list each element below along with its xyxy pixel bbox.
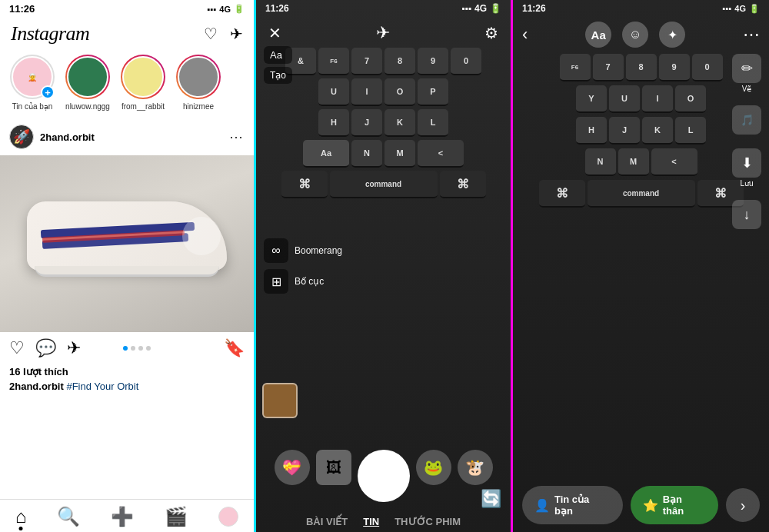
p3-emoji-tool[interactable]: ☺: [622, 22, 648, 48]
kb3-j: J: [609, 117, 640, 145]
post-username: 2hand.orbit: [40, 131, 95, 143]
story-name-2: nluwow.nggg: [65, 102, 110, 111]
cam-network-label: 4G: [474, 3, 487, 14]
filter-2[interactable]: 🖼: [316, 450, 351, 485]
ig-header-icons: ♡ ✈: [204, 25, 243, 43]
kb3-f6: F6: [560, 54, 591, 81]
cam-status-bar: 11:26 ▪▪▪ 4G 🔋: [256, 0, 511, 17]
story-name-your: Tin của bạn: [12, 102, 53, 111]
filter-1[interactable]: 💝: [275, 450, 310, 485]
status-icons-p1: ▪▪▪ 4G 🔋: [208, 4, 245, 14]
boomerang-label: Boomerang: [295, 245, 342, 256]
cam-flip-button[interactable]: 🔄: [481, 489, 501, 509]
nav-search-button[interactable]: 🔍: [57, 506, 80, 527]
filter-capture[interactable]: [358, 450, 410, 502]
p3-draw-icon: ✏: [732, 54, 761, 83]
kb-key-o: O: [384, 78, 415, 106]
mode-baiviet[interactable]: BÀI VIẾT: [306, 516, 348, 527]
kb-key-m: M: [384, 140, 415, 168]
story-avatar-3: [122, 56, 164, 98]
p3-save-tool[interactable]: ⬇ Lưu: [732, 148, 761, 188]
post-more-button[interactable]: ⋯: [229, 128, 245, 145]
post-user-avatar: 🚀: [9, 125, 34, 149]
battery-icon: 🔋: [234, 4, 245, 14]
p3-sparkle-tool[interactable]: ✦: [659, 22, 685, 48]
heart-icon[interactable]: ♡: [204, 25, 218, 43]
kb-key-9: 9: [418, 48, 448, 75]
story-4[interactable]: hinizmee: [175, 55, 221, 111]
p3-text-tool[interactable]: Aa: [585, 22, 611, 48]
p3-status-bar: 11:26 ▪▪▪ 4G 🔋: [513, 0, 769, 17]
nav-reels-button[interactable]: 🎬: [165, 506, 188, 527]
cam-battery-icon: 🔋: [490, 3, 501, 14]
story-2[interactable]: nluwow.nggg: [65, 55, 111, 111]
p3-battery-icon: 🔋: [749, 4, 760, 14]
share-button[interactable]: ✈: [67, 338, 81, 358]
cam-close-button[interactable]: ✕: [268, 24, 281, 42]
cam-boomerang-button[interactable]: ∞ Boomerang: [264, 238, 342, 263]
p3-right-tools: ✏ Vẽ 🎵 ⬇ Lưu ↓: [732, 54, 761, 231]
layout-icon: ⊞: [264, 269, 288, 294]
story-your[interactable]: 🧝 + Tin của bạn: [9, 55, 55, 111]
cam-layout-button[interactable]: ⊞ Bố cục: [264, 269, 342, 294]
post-section: 🚀 2hand.orbit ⋯: [0, 118, 254, 499]
p3-download-tool[interactable]: ↓: [732, 200, 761, 231]
kb-row3-z: N M <: [514, 147, 767, 178]
cam-create-tool[interactable]: Tạo: [264, 67, 292, 84]
instagram-feed-panel: 11:26 ▪▪▪ 4G 🔋 Instagram ♡ ✈ 🧝 + Tin của…: [0, 0, 256, 532]
share-send-button[interactable]: ›: [726, 488, 760, 522]
cam-settings-icon[interactable]: ⚙: [484, 24, 498, 42]
layout-label: Bố cục: [295, 276, 324, 287]
friends-icon: 👤: [534, 498, 550, 513]
cam-flash-icon[interactable]: ✈: [376, 23, 390, 43]
kb-key-cmd-sym2: ⌘: [440, 171, 486, 198]
comment-button[interactable]: 💬: [35, 338, 56, 358]
story-3[interactable]: from__rabbit: [120, 55, 166, 111]
story-avatar-container-your: 🧝 +: [10, 55, 55, 99]
status-time-p1: 11:26: [9, 3, 35, 15]
cam-top-bar: ✕ ✈ ⚙: [256, 17, 511, 49]
kb-key-f6: F6: [318, 48, 349, 75]
p3-draw-label: Vẽ: [742, 85, 752, 93]
kb-key-k: K: [384, 109, 415, 137]
p3-network-label: 4G: [734, 4, 746, 13]
nav-add-button[interactable]: ➕: [111, 506, 134, 527]
network-label: 4G: [219, 5, 231, 14]
nav-home-button[interactable]: ⌂: [15, 506, 27, 527]
kb3-9: 9: [659, 54, 690, 81]
cam-signal-icon: ▪▪▪: [461, 3, 471, 14]
share-arrow-icon: ›: [741, 497, 746, 514]
messenger-icon[interactable]: ✈: [230, 25, 243, 43]
kb-key-0: 0: [451, 48, 481, 75]
p3-back-button[interactable]: ‹: [522, 25, 528, 45]
cam-status-icons: ▪▪▪ 4G 🔋: [461, 3, 501, 14]
story-add-badge: +: [41, 85, 55, 99]
filter-4[interactable]: 🐮: [458, 450, 493, 485]
story-ring-3: [121, 55, 165, 99]
like-button[interactable]: ♡: [9, 338, 25, 358]
share-friends-button[interactable]: 👤 Tin của bạn: [522, 486, 623, 524]
cam-text-tool[interactable]: Aa: [264, 46, 292, 64]
filter-3[interactable]: 🐸: [416, 450, 451, 485]
kb-key-h: H: [318, 109, 349, 137]
story-name-4: hinizmee: [183, 102, 214, 111]
p3-signal-icon: ▪▪▪: [723, 4, 732, 13]
nav-profile-button[interactable]: [218, 507, 238, 527]
kb-key-cmd-sym: ⌘: [281, 171, 328, 198]
p3-draw-tool[interactable]: ✏ Vẽ: [732, 54, 761, 93]
story-edit-panel: F6 7 8 9 0 Y U I O H J K L N M < ⌘ comma…: [513, 0, 769, 532]
mode-thuocphim[interactable]: THƯỚC PHIM: [394, 516, 461, 527]
mode-tin[interactable]: TIN: [363, 516, 379, 527]
kb3-7: 7: [593, 54, 624, 81]
kb-key-command: command: [330, 171, 438, 198]
bookmark-button[interactable]: 🔖: [224, 338, 245, 358]
post-actions: ♡ 💬 ✈ 🔖: [0, 332, 254, 364]
p3-music-tool[interactable]: 🎵: [732, 105, 761, 136]
cam-boomerang-section: ∞ Boomerang ⊞ Bố cục: [264, 238, 342, 294]
kb-key-7: 7: [351, 48, 382, 75]
kb-key-n: N: [351, 140, 382, 168]
share-close-friends-button[interactable]: ⭐ Bạn thân: [631, 486, 718, 524]
cam-gallery-thumb[interactable]: [262, 383, 298, 418]
p3-more-button[interactable]: ⋯: [743, 25, 760, 45]
post-user[interactable]: 🚀 2hand.orbit: [9, 125, 95, 149]
